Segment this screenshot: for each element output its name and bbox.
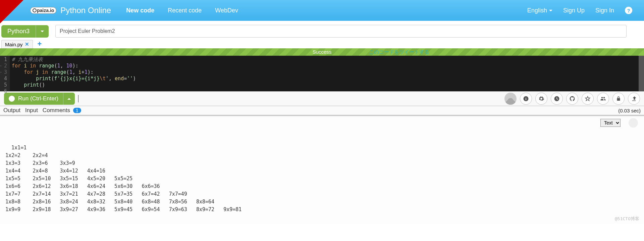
t: 1: [69, 69, 72, 75]
output-area: Text 1x1=1 1x2=2 2x2=4 1x3=3 2x3=6 3x3=9…: [0, 116, 644, 224]
text-cursor: [78, 95, 78, 102]
title-row: Python3: [0, 21, 644, 39]
nav-webdev[interactable]: WebDev: [215, 7, 238, 14]
line-no: 6: [4, 88, 7, 95]
t: for: [24, 69, 33, 75]
t: ': [106, 76, 109, 82]
tab-comments[interactable]: Comments 1: [43, 107, 81, 114]
t: in: [42, 69, 48, 75]
file-tab-label: Main.py: [5, 42, 23, 47]
users-icon[interactable]: [597, 93, 609, 105]
t: 1: [85, 69, 88, 75]
language-label: Python3: [1, 25, 36, 38]
editor-scrollbar[interactable]: [639, 56, 644, 91]
tweet-code-link[interactable]: このコードをツイートする: [369, 48, 429, 56]
output-header: Output Input Comments 1 (0.03 sec): [0, 106, 644, 116]
star-icon[interactable]: [582, 93, 594, 105]
run-timing: (0.03 sec): [618, 108, 641, 113]
t: i: [78, 69, 82, 75]
run-button[interactable]: Run (Ctrl-Enter): [4, 93, 75, 105]
tab-output[interactable]: Output: [3, 107, 20, 114]
line-gutter: 1 2 3 4 5 6: [0, 56, 10, 91]
t: print: [24, 82, 39, 88]
format-select[interactable]: Text: [600, 119, 621, 127]
language-dropdown[interactable]: English: [527, 7, 552, 14]
t: for: [12, 63, 21, 69]
code-comment: # 九九乘法表: [12, 56, 43, 62]
t: i: [24, 63, 27, 69]
sign-in-link[interactable]: Sign In: [595, 7, 614, 14]
t: range: [51, 69, 66, 75]
line-no: 4: [4, 76, 7, 82]
t: f': [54, 76, 60, 82]
svg-text:i: i: [526, 97, 527, 101]
comments-badge: 1: [73, 108, 81, 113]
file-tabs: Main.py ✕ +: [0, 39, 644, 48]
t: 10: [66, 63, 72, 69]
tab-comments-label: Comments: [43, 107, 70, 113]
beta-ribbon: Beta: [0, 0, 23, 23]
tab-input[interactable]: Input: [25, 107, 38, 114]
status-bar: Success このコードをツイートする: [0, 48, 644, 56]
line-no: 1: [4, 56, 7, 63]
gear-icon[interactable]: [535, 93, 547, 105]
run-toolbar: Run (Ctrl-Enter) i: [0, 91, 644, 106]
t: j: [36, 69, 39, 75]
nav-links: New code Recent code WebDev: [126, 7, 238, 14]
avatar-icon[interactable]: [504, 93, 517, 105]
t: '': [127, 76, 133, 82]
language-selector[interactable]: Python3: [1, 25, 49, 38]
close-tab-icon[interactable]: ✕: [25, 41, 29, 47]
code-content[interactable]: # 九九乘法表 for i in range(1, 10): for j in …: [10, 56, 138, 91]
refresh-icon: [629, 118, 638, 128]
play-icon: [12, 97, 15, 100]
t: \t: [100, 76, 106, 82]
t: print: [36, 76, 51, 82]
file-tab-main[interactable]: Main.py ✕: [1, 40, 33, 48]
nav-recent-code[interactable]: Recent code: [168, 7, 202, 14]
top-navbar: Beta paiza.io Python Online New code Rec…: [0, 0, 644, 21]
brand-title: Python Online: [60, 6, 111, 15]
nav-new-code[interactable]: New code: [126, 7, 154, 14]
line-no: 5: [4, 82, 7, 88]
lock-icon[interactable]: [612, 93, 625, 105]
info-icon[interactable]: i: [520, 93, 532, 105]
t: in: [30, 63, 36, 69]
t: {j}x{i}={i*j}: [60, 76, 100, 82]
title-input[interactable]: [55, 25, 627, 38]
add-tab-icon[interactable]: +: [38, 40, 42, 48]
t: end: [115, 76, 124, 82]
t: 1: [57, 63, 60, 69]
code-editor[interactable]: 1 2 3 4 5 6 # 九九乘法表 for i in range(1, 10…: [0, 56, 644, 91]
watermark: @51CTO博客: [615, 215, 639, 223]
line-no: 2: [4, 63, 7, 69]
help-icon[interactable]: ?: [625, 7, 632, 14]
logo-text: paiza.io: [37, 8, 54, 13]
t: range: [39, 63, 54, 69]
toolbar-right: i: [504, 93, 640, 105]
line-no: 3: [4, 69, 7, 76]
status-text: Success: [313, 49, 332, 55]
github-icon[interactable]: [566, 93, 578, 105]
run-label: Run (Ctrl-Enter): [18, 95, 58, 102]
history-icon[interactable]: [551, 93, 563, 105]
language-caret-icon[interactable]: [36, 25, 49, 38]
sign-up-link[interactable]: Sign Up: [563, 7, 585, 14]
run-options-caret-icon[interactable]: [63, 93, 75, 105]
nav-right: English Sign Up Sign In ?: [527, 7, 632, 14]
output-text: 1x1=1 1x2=2 2x2=4 1x3=3 2x3=6 3x3=9 1x4=…: [5, 145, 241, 212]
paiza-logo[interactable]: paiza.io: [30, 7, 56, 14]
share-icon[interactable]: [628, 93, 640, 105]
